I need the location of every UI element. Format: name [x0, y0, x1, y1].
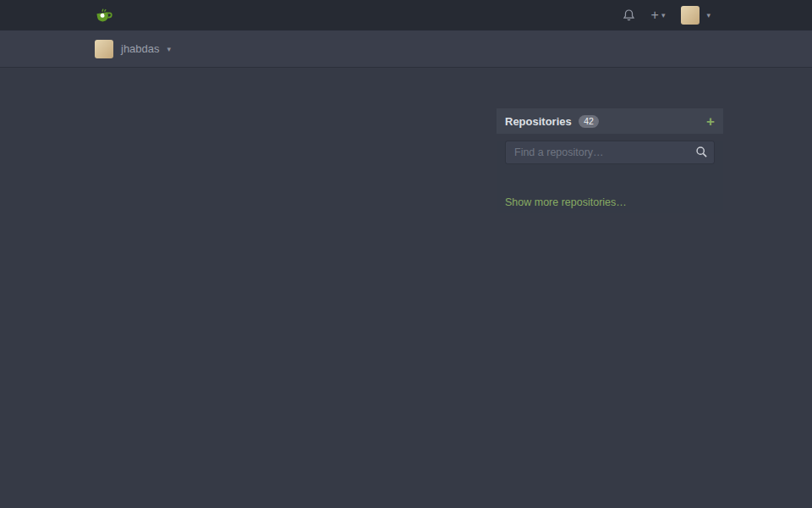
show-more-row: Show more repositories… — [497, 191, 723, 213]
create-new-button[interactable]: + ▾ — [651, 8, 666, 23]
context-user-switcher[interactable]: jhabdas ▾ — [95, 40, 171, 58]
repo-search — [505, 141, 715, 164]
user-menu[interactable]: ▾ — [681, 6, 710, 25]
main-content: Repositories 42 + Show mor — [0, 68, 812, 507]
context-username: jhabdas — [121, 42, 160, 55]
search-icon — [695, 146, 708, 162]
gitea-logo[interactable] — [95, 7, 113, 25]
show-more-repositories-link[interactable]: Show more repositories… — [505, 196, 627, 208]
repo-panel: Repositories 42 + Show mor — [497, 75, 723, 213]
chevron-down-icon: ▾ — [706, 11, 710, 19]
context-bar: jhabdas ▾ — [0, 30, 812, 68]
avatar — [95, 40, 113, 58]
repo-search-input[interactable] — [505, 141, 715, 164]
repositories-card: Repositories 42 + Show mor — [497, 108, 723, 213]
avatar — [681, 6, 700, 25]
add-repository-button[interactable]: + — [706, 114, 715, 129]
repositories-header: Repositories 42 + — [497, 108, 723, 134]
repositories-body: Show more repositories… — [497, 141, 723, 213]
notifications-bell-icon[interactable] — [623, 8, 635, 22]
chevron-down-icon: ▾ — [661, 11, 666, 19]
repo-filter-tabs — [497, 171, 723, 191]
navbar-right: + ▾ ▾ — [623, 6, 710, 25]
panel-tabs — [497, 75, 723, 101]
repositories-title: Repositories — [505, 115, 572, 128]
top-navbar: + ▾ ▾ — [0, 0, 812, 30]
plus-icon: + — [651, 8, 659, 23]
chevron-down-icon: ▾ — [167, 45, 172, 53]
repositories-count-badge: 42 — [579, 115, 600, 128]
